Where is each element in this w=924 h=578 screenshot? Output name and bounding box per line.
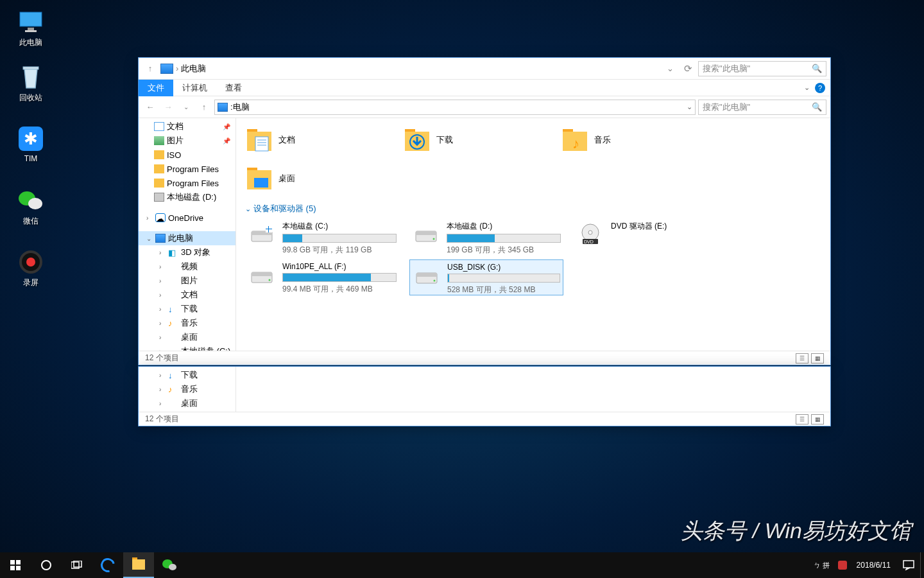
svg-rect-18 [266, 229, 268, 232]
dropdown-icon[interactable]: ⌄ [662, 61, 678, 76]
svg-point-24 [588, 231, 592, 234]
content-pane: 文档下载♪音乐桌面 ⌄设备和驱动器 (5) 本地磁盘 (C:)99.8 GB 可… [236, 118, 830, 351]
sidebar-item[interactable]: Program Files [139, 162, 235, 176]
nav-back-icon[interactable]: ← [142, 100, 158, 115]
drive-tile[interactable]: Win10PE_ALL (F:)99.4 MB 可用，共 469 MB [245, 259, 399, 295]
nav-up2-icon[interactable]: ↑ [196, 100, 212, 115]
drive-tile[interactable]: 本地磁盘 (D:)199 GB 可用，共 345 GB [409, 218, 563, 254]
section-drives[interactable]: ⌄设备和驱动器 (5) [245, 199, 821, 218]
tab-view[interactable]: 查看 [216, 80, 251, 96]
cortana-button[interactable] [31, 552, 62, 578]
content-pane-2 [236, 367, 830, 412]
show-desktop[interactable] [920, 552, 924, 578]
search-input[interactable]: 搜索"此电脑" 🔍 [698, 100, 826, 115]
start-button[interactable] [0, 552, 31, 578]
pin-icon: 📌 [223, 137, 230, 144]
folder-icon [403, 128, 431, 152]
capacity-bar [447, 274, 560, 283]
sidebar-sub-item[interactable]: ›本地磁盘 (C:) [139, 344, 235, 351]
folder-tile[interactable]: 桌面 [245, 162, 393, 195]
desktop-icon-thispc[interactable]: 此电脑 [8, 9, 54, 48]
view-large-icon[interactable]: ▦ [811, 353, 824, 363]
nav-up-icon[interactable]: ↑ [142, 61, 158, 76]
sidebar-thispc[interactable]: ⌄此电脑 [139, 231, 235, 245]
breadcrumb[interactable]: 此电脑 [181, 63, 206, 74]
sidebar-sub-item[interactable]: ›桌面 [139, 330, 235, 344]
explorer-button[interactable] [123, 552, 154, 578]
folder-icon [154, 179, 164, 188]
sidebar-sub-item[interactable]: ›文档 [139, 288, 235, 302]
folder-tile[interactable]: 下载 [403, 123, 551, 157]
wechat-button[interactable] [154, 552, 185, 578]
sidebar-sub-item[interactable]: ›↓下载 [139, 302, 235, 316]
sidebar-sub-item[interactable]: ›↓下载 [139, 368, 235, 382]
sidebar-sub-item[interactable]: ›◧3D 对象 [139, 245, 235, 259]
sidebar-sub-item[interactable]: ›图片 [139, 274, 235, 288]
nav-fwd-icon[interactable]: → [160, 100, 176, 115]
folder-icon [154, 164, 164, 173]
chevron-down-icon: ⌄ [245, 205, 251, 213]
desktop-icon-recycle[interactable]: 回收站 [8, 64, 54, 103]
drive-icon [412, 221, 440, 249]
drive-tile[interactable]: 本地磁盘 (C:)99.8 GB 可用，共 119 GB [245, 218, 399, 254]
sidebar-item[interactable]: 本地磁盘 (D:) [139, 190, 235, 204]
svg-rect-35 [10, 566, 15, 570]
tab-computer[interactable]: 计算机 [173, 80, 216, 96]
sidebar-item[interactable]: 图片📌 [139, 134, 235, 148]
search-icon: 🔍 [812, 64, 822, 73]
dropdown-icon[interactable]: ⌄ [687, 103, 692, 111]
sidebar-sub-item[interactable]: ›视频 [139, 259, 235, 274]
refresh-icon[interactable]: ⟳ [680, 61, 696, 76]
chevron-down-icon[interactable]: ⌄ [804, 83, 810, 92]
sidebar-item[interactable]: ISO [139, 148, 235, 162]
svg-point-29 [269, 279, 271, 281]
folder-icon [245, 128, 273, 152]
svg-text:♪: ♪ [572, 136, 579, 152]
tray-icon[interactable] [835, 552, 850, 578]
folder-tile[interactable]: ♪音乐 [561, 123, 708, 157]
status-count-2: 12 个项目 [145, 414, 179, 425]
sidebar-item[interactable]: Program Files [139, 176, 235, 190]
desktop-icon-wechat[interactable]: 微信 [8, 188, 54, 227]
taskbar-clock[interactable]: 2018/6/11 [850, 561, 897, 570]
action-center-icon[interactable] [897, 552, 920, 578]
edge-button[interactable] [92, 552, 123, 578]
search-input-top[interactable]: 搜索"此电脑" 🔍 [698, 61, 826, 76]
folder-icon [154, 150, 164, 159]
desktop-icon-record[interactable]: 录屏 [8, 249, 54, 288]
taskview-button[interactable] [62, 552, 92, 578]
help-icon[interactable]: ? [815, 83, 825, 93]
tab-file[interactable]: 文件 [139, 80, 173, 96]
sidebar-item[interactable]: 文档📌 [139, 119, 235, 134]
svg-point-22 [433, 238, 435, 240]
sidebar-sub-item[interactable]: ›♪音乐 [139, 382, 235, 396]
drive-tile[interactable]: DVDDVD 驱动器 (E:) [574, 218, 728, 254]
svg-rect-2 [25, 30, 37, 32]
sidebar-sub-item[interactable]: ›♪音乐 [139, 316, 235, 330]
address-bar[interactable]: :电脑 ⌄ [214, 100, 696, 115]
ime-indicator[interactable]: ㄅ 拼 [809, 552, 835, 578]
view-details-icon[interactable]: ☰ [796, 414, 809, 425]
address-row-top: ↑ › 此电脑 ⌄ ⟳ 搜索"此电脑" 🔍 [139, 58, 830, 80]
desktop-icon-tim[interactable]: ✱ TIM [8, 126, 54, 163]
capacity-bar [282, 234, 397, 243]
nav-recent-icon[interactable]: ⌄ [178, 100, 194, 115]
sidebar-sub-item[interactable]: ›本地磁盘 (C:) [139, 410, 235, 412]
view-details-icon[interactable]: ☰ [796, 353, 809, 363]
folder-icon [245, 166, 273, 191]
svg-rect-34 [16, 560, 21, 565]
drive-icon [413, 263, 441, 291]
sidebar-onedrive[interactable]: ›☁OneDrive [139, 211, 235, 225]
download-icon: ↓ [168, 371, 178, 380]
folder-tile[interactable]: 文档 [245, 123, 393, 157]
drive-tile[interactable]: USB_DISK (G:)528 MB 可用，共 528 MB [409, 259, 563, 295]
monitor-icon [18, 9, 44, 35]
view-large-icon[interactable]: ▦ [811, 414, 824, 425]
folder-icon [168, 333, 178, 342]
watermark-text: 头条号 / Win易坊好文馆 [681, 516, 911, 546]
music-icon: ♪ [168, 319, 178, 328]
pic-icon [168, 276, 178, 285]
sidebar: 文档📌图片📌ISOProgram FilesProgram Files本地磁盘 … [139, 118, 236, 351]
status-bar-2: 12 个项目 ☰ ▦ [139, 412, 830, 426]
sidebar-sub-item[interactable]: ›桌面 [139, 396, 235, 410]
